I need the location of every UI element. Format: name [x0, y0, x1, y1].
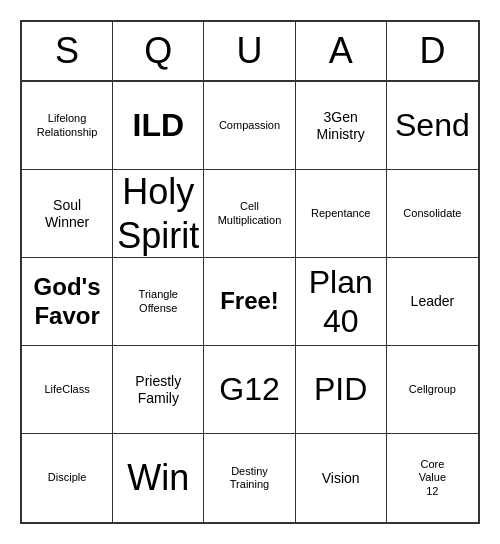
bingo-cell: Priestly Family	[113, 346, 204, 434]
bingo-cell: G12	[204, 346, 295, 434]
bingo-cell: Free!	[204, 258, 295, 346]
bingo-cell: Core Value 12	[387, 434, 478, 522]
bingo-cell: 3Gen Ministry	[296, 82, 387, 170]
header-letter: S	[22, 22, 113, 80]
bingo-cell: Vision	[296, 434, 387, 522]
header-letter: D	[387, 22, 478, 80]
bingo-cell: God's Favor	[22, 258, 113, 346]
bingo-cell: Leader	[387, 258, 478, 346]
header-letter: A	[296, 22, 387, 80]
bingo-cell: Send	[387, 82, 478, 170]
bingo-cell: Plan 40	[296, 258, 387, 346]
bingo-cell: PID	[296, 346, 387, 434]
bingo-cell: Holy Spirit	[113, 170, 204, 258]
bingo-grid: Lifelong RelationshipILDCompassion3Gen M…	[22, 82, 478, 522]
bingo-cell: Soul Winner	[22, 170, 113, 258]
bingo-cell: Cellgroup	[387, 346, 478, 434]
bingo-cell: Repentance	[296, 170, 387, 258]
bingo-cell: Cell Multiplication	[204, 170, 295, 258]
bingo-cell: LifeClass	[22, 346, 113, 434]
bingo-header: SQUAD	[22, 22, 478, 82]
bingo-cell: Destiny Training	[204, 434, 295, 522]
bingo-cell: Triangle Offense	[113, 258, 204, 346]
bingo-cell: ILD	[113, 82, 204, 170]
bingo-card: SQUAD Lifelong RelationshipILDCompassion…	[20, 20, 480, 524]
header-letter: Q	[113, 22, 204, 80]
bingo-cell: Lifelong Relationship	[22, 82, 113, 170]
header-letter: U	[204, 22, 295, 80]
bingo-cell: Disciple	[22, 434, 113, 522]
bingo-cell: Compassion	[204, 82, 295, 170]
bingo-cell: Consolidate	[387, 170, 478, 258]
bingo-cell: Win	[113, 434, 204, 522]
